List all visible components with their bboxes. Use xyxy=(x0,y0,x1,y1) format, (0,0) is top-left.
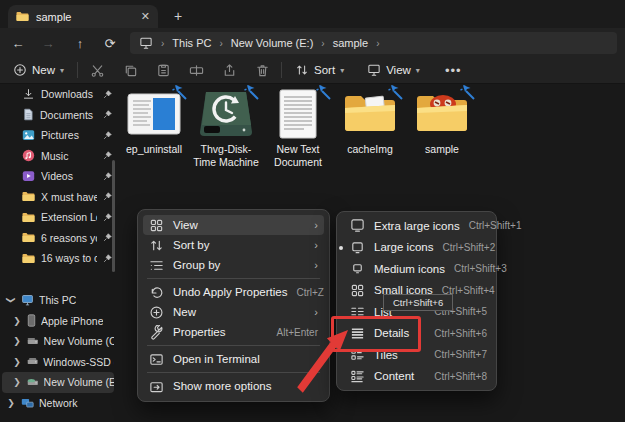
sidebar-scrollbar[interactable] xyxy=(112,160,115,272)
file-name: sample xyxy=(425,143,459,156)
chevron-collapsed-icon[interactable]: ❯ xyxy=(12,316,22,326)
pin-icon xyxy=(103,233,112,242)
wrench-icon xyxy=(149,325,164,340)
medium-icons-icon xyxy=(350,261,365,276)
sidebar-item-folder[interactable]: Extension Logos xyxy=(2,207,114,228)
sidebar-item-pictures[interactable]: Pictures xyxy=(2,125,114,146)
drive-icon xyxy=(27,356,38,367)
share-button[interactable] xyxy=(216,58,242,82)
tab-close-icon[interactable]: ✕ xyxy=(141,11,150,22)
address-bar[interactable]: › This PC › New Volume (E:) › sample › xyxy=(130,32,617,54)
file-thvg-disk-time-machine[interactable]: Thvg-Disk-Time Machine xyxy=(190,88,262,168)
forward-button[interactable]: → xyxy=(36,32,60,54)
view-button[interactable]: View ▾ xyxy=(360,58,427,82)
breadcrumb-separator: › xyxy=(219,38,222,49)
file-name: cacheImg xyxy=(347,143,393,156)
back-button[interactable]: ← xyxy=(6,32,30,54)
submenu-item-extra-large-icons[interactable]: Extra large icons Ctrl+Shift+1 xyxy=(341,215,492,237)
new-tab-button[interactable]: + xyxy=(168,6,188,26)
rename-icon xyxy=(189,63,204,78)
folder-icon xyxy=(22,253,35,264)
plus-circle-icon xyxy=(13,63,27,77)
cursor-annotation-icon xyxy=(315,84,331,100)
menu-item-sort-by[interactable]: Sort by › xyxy=(143,235,324,255)
sidebar-item-documents[interactable]: Documents xyxy=(2,105,114,126)
cut-button[interactable] xyxy=(84,58,110,82)
copy-icon xyxy=(123,63,138,78)
file-ep-uninstall[interactable]: ep_uninstall xyxy=(118,88,190,156)
plus-circle-icon xyxy=(149,305,164,320)
sidebar-item-label: Network xyxy=(39,397,78,409)
explorer-tab[interactable]: sample ✕ xyxy=(8,5,158,28)
new-button[interactable]: New ▾ xyxy=(6,58,71,82)
menu-item-label: Properties xyxy=(173,326,268,338)
cursor-annotation-icon xyxy=(171,84,187,100)
submenu-item-medium-icons[interactable]: Medium icons Ctrl+Shift+3 xyxy=(341,258,492,280)
chevron-collapsed-icon[interactable]: ❯ xyxy=(12,357,22,367)
sidebar-item-apple-iphone[interactable]: ❯ Apple iPhone xyxy=(2,311,114,332)
menu-item-view[interactable]: View › xyxy=(143,215,324,235)
text-document-icon xyxy=(269,88,327,140)
folder-icon xyxy=(413,88,471,140)
sidebar-item-label: 6 reasons you n xyxy=(41,232,97,244)
sidebar-item-network[interactable]: ❯ Network xyxy=(2,393,114,414)
sidebar-item-windows-ssd-d[interactable]: ❯ Windows-SSD (D xyxy=(2,352,114,373)
up-button[interactable]: ↑ xyxy=(68,32,92,54)
menu-shortcut: Ctrl+Shift+8 xyxy=(434,371,487,382)
pin-icon xyxy=(103,131,112,140)
sidebar-item-downloads[interactable]: Downloads xyxy=(2,84,114,105)
copy-button[interactable] xyxy=(117,58,143,82)
pin-icon xyxy=(103,172,112,181)
sidebar-item-this-pc[interactable]: ❯ This PC xyxy=(2,290,114,311)
group-by-icon xyxy=(149,258,164,273)
network-icon xyxy=(21,397,34,409)
sidebar-item-folder[interactable]: 16 ways to orga xyxy=(2,248,114,269)
view-icon xyxy=(367,64,381,76)
drive-icon xyxy=(27,336,39,347)
paste-icon xyxy=(156,63,171,78)
sidebar-item-folder[interactable]: X must have pro xyxy=(2,187,114,208)
chevron-collapsed-icon[interactable]: ❯ xyxy=(12,377,22,387)
settings-file-icon xyxy=(125,88,183,140)
chevron-expanded-icon[interactable]: ❯ xyxy=(6,295,16,305)
sort-button[interactable]: Sort ▾ xyxy=(288,58,351,82)
breadcrumb-folder[interactable]: sample xyxy=(333,37,368,49)
folder-icon xyxy=(341,88,399,140)
cursor-annotation-icon xyxy=(387,84,403,100)
terminal-icon xyxy=(149,352,164,367)
menu-item-group-by[interactable]: Group by › xyxy=(143,255,324,275)
navigation-pane: Downloads Documents Pictures xyxy=(0,84,118,422)
sidebar-item-new-volume-e[interactable]: ❯ New Volume (E:) xyxy=(2,372,114,393)
sidebar-item-label: This PC xyxy=(39,294,76,306)
sidebar-item-label: Videos xyxy=(41,170,97,182)
more-options-button[interactable]: ••• xyxy=(435,63,472,78)
chevron-collapsed-icon[interactable]: ❯ xyxy=(12,336,22,346)
submenu-item-content[interactable]: Content Ctrl+Shift+8 xyxy=(341,366,492,388)
folder-cacheimg[interactable]: cacheImg xyxy=(334,88,406,156)
delete-button[interactable] xyxy=(249,58,275,82)
menu-item-label: Undo Apply Properties xyxy=(173,286,287,298)
sidebar-item-new-volume-c[interactable]: ❯ New Volume (C:) xyxy=(2,331,114,352)
breadcrumb-drive[interactable]: New Volume (E:) xyxy=(231,37,314,49)
sidebar-item-folder[interactable]: 6 reasons you n xyxy=(2,228,114,249)
paste-button[interactable] xyxy=(150,58,176,82)
rename-button[interactable] xyxy=(183,58,209,82)
submenu-item-label: Large icons xyxy=(374,241,433,253)
refresh-button[interactable]: ⟳ xyxy=(98,32,122,54)
sidebar-item-music[interactable]: Music xyxy=(2,146,114,167)
menu-item-new[interactable]: New › xyxy=(143,302,324,322)
breadcrumb-this-pc[interactable]: This PC xyxy=(172,37,211,49)
videos-icon xyxy=(22,170,35,182)
command-bar: New ▾ xyxy=(0,57,625,84)
folder-sample[interactable]: sample xyxy=(406,88,478,156)
sidebar-item-label: Documents xyxy=(40,109,97,121)
file-new-text-document[interactable]: New Text Document xyxy=(262,88,334,168)
submenu-item-large-icons[interactable]: Large icons Ctrl+Shift+2 xyxy=(341,237,492,259)
new-button-label: New xyxy=(32,64,55,76)
chevron-collapsed-icon[interactable]: ❯ xyxy=(6,398,16,408)
extra-large-icons-icon xyxy=(350,218,365,233)
sidebar-item-videos[interactable]: Videos xyxy=(2,166,114,187)
menu-item-label: Group by xyxy=(173,259,305,271)
pin-icon xyxy=(103,254,112,263)
menu-item-undo-apply-properties[interactable]: Undo Apply Properties Ctrl+Z xyxy=(143,282,324,302)
